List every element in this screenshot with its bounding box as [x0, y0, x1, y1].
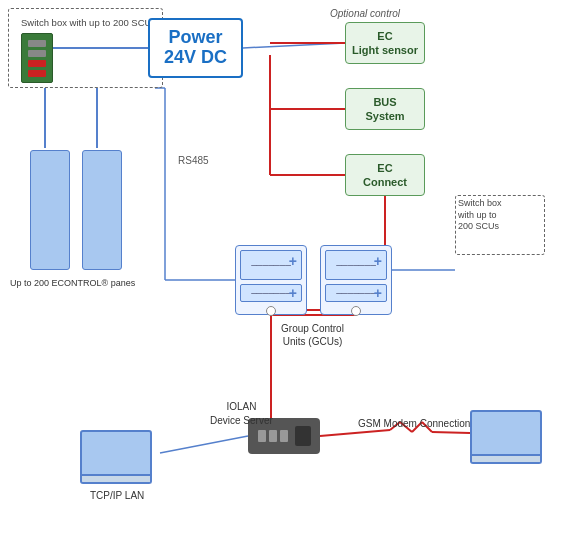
terminal-pin-3 — [28, 60, 46, 67]
ec-bus-text: BUSSystem — [365, 95, 404, 124]
switch-box-top-label: Switch box with up to 200 SCUs — [21, 17, 156, 29]
gcu-inner-1: ─────── + — [240, 250, 302, 280]
svg-line-24 — [432, 432, 470, 433]
gcu-plus-3: + — [374, 253, 382, 269]
ec-light-text: ECLight sensor — [352, 29, 418, 58]
system-diagram: Switch box with up to 200 SCUs Power 24V… — [0, 0, 584, 534]
iolan-main-body — [295, 426, 311, 446]
econtrol-pane-2 — [82, 150, 122, 270]
laptop-1 — [80, 430, 152, 484]
laptop-2 — [470, 410, 542, 464]
iolan-port-3 — [280, 430, 288, 442]
svg-line-2 — [243, 43, 345, 48]
gcu-plus-4: + — [374, 285, 382, 301]
ec-light-sensor-box: ECLight sensor — [345, 22, 425, 64]
laptop-base-1 — [80, 476, 152, 484]
tcpip-label: TCP/IP LAN — [90, 490, 144, 501]
terminal-pin-1 — [28, 40, 46, 47]
laptop-base-2 — [470, 456, 542, 464]
gcu-circle-1 — [266, 306, 276, 316]
power-label-line1: Power — [168, 28, 222, 48]
iolan-port-2 — [269, 430, 277, 442]
terminal-pin-4 — [28, 70, 46, 77]
laptop-screen-1 — [80, 430, 152, 476]
gsm-modem-label: GSM Modem Connection — [358, 418, 470, 429]
optional-control-label: Optional control — [330, 8, 400, 19]
iolan-port-1 — [258, 430, 266, 442]
gcu-box-1: ─────── + ─────── + — [235, 245, 307, 315]
switch-box-right-label: Switch boxwith up to200 SCUs — [458, 198, 502, 233]
power-label-line2: 24V DC — [164, 48, 227, 68]
ec-connect-box: ECConnect — [345, 154, 425, 196]
gcu-plus-1: + — [289, 253, 297, 269]
terminal-pin-2 — [28, 50, 46, 57]
iolan-label: IOLAN Device Server — [210, 400, 273, 428]
gcu-inner-label-1: ─────── — [251, 261, 291, 270]
rs485-label: RS485 — [178, 155, 209, 166]
svg-line-19 — [320, 430, 390, 436]
ec-connect-text: ECConnect — [363, 161, 407, 190]
power-box: Power 24V DC — [148, 18, 243, 78]
ec-bus-system-box: BUSSystem — [345, 88, 425, 130]
terminal-block — [21, 33, 53, 83]
gcu-plus-2: + — [289, 285, 297, 301]
gcu-inner-3: ─────── + — [325, 250, 387, 280]
gcu-inner-2: ─────── + — [240, 284, 302, 302]
switch-box-top: Switch box with up to 200 SCUs — [8, 8, 163, 88]
pane-label: Up to 200 ECONTROL® panes — [10, 278, 150, 288]
laptop-screen-2 — [470, 410, 542, 456]
gcu-inner-4: ─────── + — [325, 284, 387, 302]
svg-line-18 — [160, 436, 248, 453]
gcu-circle-2 — [351, 306, 361, 316]
gcu-box-2: ─────── + ─────── + — [320, 245, 392, 315]
gcu-label: Group Control Units (GCUs) — [235, 322, 390, 348]
econtrol-pane-1 — [30, 150, 70, 270]
